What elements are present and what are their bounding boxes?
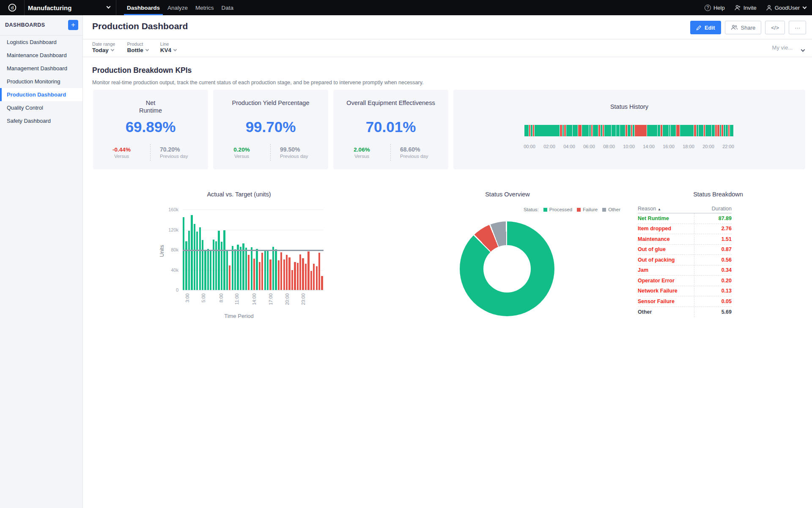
sidebar-item-production-dashboard[interactable]: Production Dashboard xyxy=(0,88,82,101)
bar xyxy=(199,227,201,290)
page-title: Production Dashboard xyxy=(92,21,188,31)
kpi-value: 70.01% xyxy=(333,119,448,135)
duration-cell: 0.13 xyxy=(721,288,732,294)
status-segment-processed xyxy=(680,125,694,136)
status-segment-processed xyxy=(671,125,676,136)
legend-swatch xyxy=(602,208,606,212)
x-tick-label: 3:00 xyxy=(185,293,190,302)
bar xyxy=(237,245,239,290)
status-history-title: Status History xyxy=(453,103,805,110)
status-segment-processed xyxy=(582,125,589,136)
add-dashboard-button[interactable]: + xyxy=(68,20,78,30)
gridline xyxy=(183,290,324,290)
bar-chart-title: Actual vs. Target (units) xyxy=(148,191,330,198)
kpi-previous-value: 68.60% xyxy=(400,146,420,153)
sort-asc-icon: ▲ xyxy=(658,207,661,211)
table-row: Jam0.34 xyxy=(638,265,732,276)
sidebar-item-safety-dashboard[interactable]: Safety Dashboard xyxy=(0,114,82,127)
sidebar-item-quality-control[interactable]: Quality Control xyxy=(0,101,82,114)
chevron-down-icon xyxy=(111,48,114,51)
bar xyxy=(226,251,228,290)
table-row: Sensor Failure0.05 xyxy=(638,296,732,307)
kpi-delta-value: 0.20% xyxy=(233,146,250,153)
legend-item-processed: Processed xyxy=(543,207,572,212)
status-segment-processed xyxy=(535,125,560,136)
bar xyxy=(313,264,315,290)
user-menu[interactable]: GoodUser xyxy=(766,5,806,11)
kpi-delta-block: 0.20%Versus xyxy=(213,144,271,161)
status-segment-processed xyxy=(620,125,625,136)
filter-product[interactable]: ProductBottle xyxy=(127,41,148,53)
edit-button[interactable]: Edit xyxy=(690,21,721,34)
sidebar-item-management-dashboard[interactable]: Management Dashboard xyxy=(0,62,82,75)
views-chevron-down-icon[interactable] xyxy=(801,45,804,53)
table-row: Item dropped2.76 xyxy=(638,224,732,235)
chevron-down-icon xyxy=(145,48,148,51)
app-root: d Manufacturing DashboardsAnalyzeMetrics… xyxy=(0,0,812,508)
help-button[interactable]: ? Help xyxy=(705,5,725,11)
bar xyxy=(310,271,312,290)
filter-date-range[interactable]: Date rangeToday xyxy=(92,41,115,53)
kpi-title: Overall Equipment Effectiveness xyxy=(337,99,444,107)
status-segment-failure xyxy=(631,125,632,136)
bar xyxy=(283,260,285,290)
time-tick-label: 16:00 xyxy=(663,144,675,149)
pencil-icon xyxy=(696,25,702,30)
kpi-delta-block: -0.44%Versus xyxy=(93,144,151,161)
kpi-value: 69.89% xyxy=(93,119,208,135)
bar xyxy=(275,249,277,290)
more-options-button[interactable]: ··· xyxy=(789,21,806,34)
y-tick-label: 160k xyxy=(164,207,178,212)
bar xyxy=(210,250,211,290)
filter-value: Bottle xyxy=(127,47,148,53)
x-tick-label: 5:00 xyxy=(201,293,206,302)
filter-bar: Date rangeTodayProductBottleLineKV4 My v… xyxy=(83,39,812,57)
sidebar-items: Logistics DashboardMaintenance Dashboard… xyxy=(0,36,82,127)
workspace-picker[interactable]: Manufacturing xyxy=(25,0,116,15)
status-segment-processed xyxy=(724,125,725,136)
status-segment-failure xyxy=(728,125,730,136)
invite-button[interactable]: Invite xyxy=(734,5,757,11)
tab-data[interactable]: Data xyxy=(218,0,238,15)
sidebar-header: DASHBOARDS + xyxy=(0,15,82,36)
status-segment-failure xyxy=(704,125,705,136)
legend-label: Failure xyxy=(583,207,598,212)
column-header-duration[interactable]: Duration xyxy=(712,206,732,212)
status-segment-failure xyxy=(598,125,600,136)
table-header-row: Reason▲ Duration xyxy=(638,204,732,213)
people-icon xyxy=(731,25,738,30)
status-segment-processed xyxy=(612,125,616,136)
time-tick-label: 04:00 xyxy=(563,144,575,149)
column-header-reason[interactable]: Reason▲ xyxy=(638,206,661,212)
embed-button[interactable]: </> xyxy=(765,21,785,34)
sidebar-item-maintenance-dashboard[interactable]: Maintenance Dashboard xyxy=(0,49,82,62)
sidebar-item-logistics-dashboard[interactable]: Logistics Dashboard xyxy=(0,36,82,49)
reason-cell: Network Failure xyxy=(638,288,678,294)
section-subtitle: Monitor real-time production output, tra… xyxy=(92,80,424,86)
status-segment-processed xyxy=(524,125,529,136)
saved-views-dropdown[interactable]: My vie... xyxy=(772,44,793,51)
tab-dashboards[interactable]: Dashboards xyxy=(123,0,164,15)
reason-cell: Net Runtime xyxy=(638,215,669,221)
bar xyxy=(280,252,282,290)
kpi-title: Net Runtime xyxy=(97,99,204,114)
bar xyxy=(223,230,225,290)
tab-analyze[interactable]: Analyze xyxy=(164,0,192,15)
gridline xyxy=(183,230,324,230)
time-tick-label: 18:00 xyxy=(683,144,694,149)
reason-cell: Operator Error xyxy=(638,278,675,284)
bar xyxy=(256,249,258,290)
bar xyxy=(269,260,271,290)
share-button[interactable]: Share xyxy=(725,21,762,34)
status-segment-processed xyxy=(531,125,532,136)
status-segment-processed xyxy=(633,125,634,136)
tab-metrics[interactable]: Metrics xyxy=(192,0,218,15)
kpi-previous-label: Previous day xyxy=(160,154,188,159)
kpi-title: Production Yield Percentage xyxy=(217,99,324,107)
donut-hole xyxy=(483,245,531,293)
sidebar-item-production-monitoring[interactable]: Production Monitoring xyxy=(0,75,82,88)
reason-cell: Jam xyxy=(638,267,648,273)
filter-line[interactable]: LineKV4 xyxy=(160,41,176,53)
status-segment-processed xyxy=(720,125,721,136)
app-logo[interactable]: d xyxy=(0,0,25,15)
